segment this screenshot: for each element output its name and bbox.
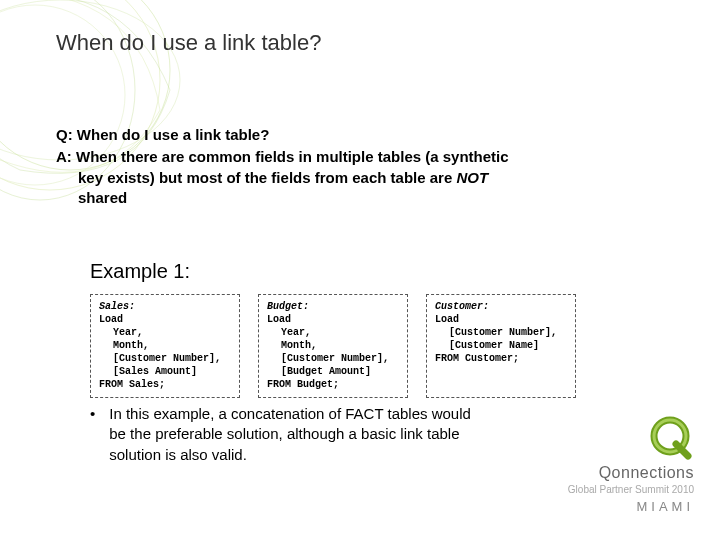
example-label: Example 1: [90,260,190,283]
code-budget-f1: Year, [267,326,399,339]
brand-name: Qonnections [568,464,694,482]
code-customer-from: FROM Customer; [435,353,519,364]
code-budget-f3: [Customer Number], [267,352,399,365]
slide: When do I use a link table? Q: When do I… [0,0,720,540]
brand-subtitle: Global Partner Summit 2010 [568,484,694,495]
question-text: Q: When do I use a link table? [56,125,660,145]
code-sales-from: FROM Sales; [99,379,165,390]
code-sales-f4: [Sales Amount] [99,365,231,378]
qa-block: Q: When do I use a link table? A: When t… [56,125,660,208]
code-row: Sales: Load Year, Month, [Customer Numbe… [90,294,660,398]
bullet-row: • In this example, a concatenation of FA… [90,404,490,465]
code-customer-name: Customer: [435,301,489,312]
answer-line3: shared [56,188,660,208]
brand-city: MIAMI [568,499,694,514]
code-sales: Sales: Load Year, Month, [Customer Numbe… [90,294,240,398]
answer-line2-wrap: key exists) but most of the fields from … [56,168,660,188]
code-sales-load: Load [99,314,123,325]
code-budget-f4: [Budget Amount] [267,365,399,378]
code-budget-name: Budget: [267,301,309,312]
code-customer-f2: [Customer Name] [435,339,567,352]
code-customer: Customer: Load [Customer Number], [Custo… [426,294,576,398]
brand-block: Qonnections Global Partner Summit 2010 M… [568,414,694,514]
answer-not: NOT [456,169,488,186]
code-customer-load: Load [435,314,459,325]
code-sales-name: Sales: [99,301,135,312]
code-sales-f3: [Customer Number], [99,352,231,365]
code-customer-f1: [Customer Number], [435,326,567,339]
code-budget-load: Load [267,314,291,325]
answer-line2: key exists) but most of the fields from … [78,169,456,186]
code-sales-f2: Month, [99,339,231,352]
bullet-text: In this example, a concatenation of FACT… [109,404,490,465]
code-sales-f1: Year, [99,326,231,339]
slide-title: When do I use a link table? [56,30,321,56]
answer-line1: A: When there are common fields in multi… [56,147,660,167]
code-budget: Budget: Load Year, Month, [Customer Numb… [258,294,408,398]
bullet-dot: • [90,404,95,465]
code-budget-f2: Month, [267,339,399,352]
code-budget-from: FROM Budget; [267,379,339,390]
brand-logo-icon [646,414,694,462]
